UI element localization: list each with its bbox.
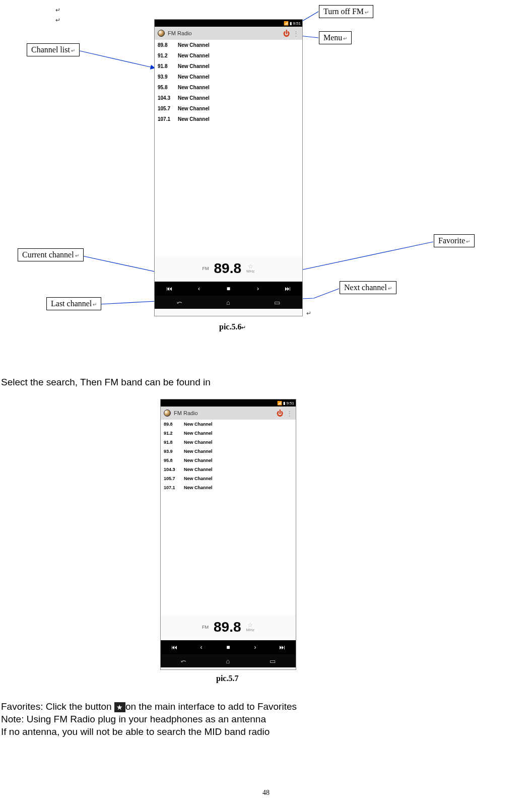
last-button[interactable]: ⏭: [269, 640, 296, 654]
status-time: 9:51: [286, 401, 294, 405]
power-button[interactable]: ⏻: [275, 410, 285, 417]
callout-current-channel: Current channel↵: [18, 248, 84, 261]
prev-button[interactable]: ‹: [184, 282, 214, 296]
channel-list[interactable]: 89.8New Channel 91.2New Channel 91.8New …: [155, 40, 302, 256]
phone-screenshot-2: 📶 ▮ 9:51 FM Radio ⏻ ⋮ 89.8New Channel 91…: [160, 399, 296, 670]
radio-app-icon: [164, 410, 171, 417]
svg-line-2: [78, 50, 155, 68]
channel-row[interactable]: 104.3New Channel: [155, 93, 302, 103]
channel-row[interactable]: 107.1New Channel: [155, 114, 302, 124]
favorite-button-icon: ★: [114, 702, 125, 712]
body-text-favorites: Favorites: Click the button ★on the main…: [1, 701, 297, 712]
menu-button[interactable]: ⋮: [291, 30, 299, 37]
stop-button[interactable]: ■: [215, 640, 242, 654]
fm-label: FM: [202, 625, 209, 630]
recent-icon[interactable]: ▭: [274, 299, 280, 306]
channel-row[interactable]: 93.9New Channel: [161, 447, 296, 456]
status-bar: 📶 ▮ 9:51: [155, 20, 302, 27]
current-frequency: 89.8: [214, 260, 242, 277]
recent-icon[interactable]: ▭: [270, 657, 276, 665]
status-bar: 📶 ▮ 9:51: [161, 399, 296, 407]
body-text-no-antenna: If no antenna, you will not be able to s…: [1, 726, 270, 737]
phone-screenshot-1: 📶 ▮ 9:51 FM Radio ⏻ ⋮ 89.8New Channel 91…: [154, 19, 303, 316]
now-playing: FM 89.8 ☆ MHz: [161, 615, 296, 640]
system-nav-bar: ⤺ ⌂ ▭: [161, 654, 296, 667]
menu-button[interactable]: ⋮: [285, 410, 293, 417]
radio-app-icon: [158, 30, 165, 37]
home-icon[interactable]: ⌂: [226, 657, 230, 665]
app-title: FM Radio: [174, 410, 275, 416]
body-text-note: Note: Using FM Radio plug in your headph…: [1, 714, 266, 725]
first-button[interactable]: ⏮: [155, 282, 184, 296]
channel-row[interactable]: 95.8New Channel: [161, 456, 296, 465]
callout-turn-off-fm: Turn off FM↵: [319, 5, 373, 18]
channel-row[interactable]: 91.8New Channel: [155, 61, 302, 72]
body-text-select-search: Select the search, Then FM band can be f…: [1, 377, 211, 388]
mhz-label: MHz: [246, 269, 254, 274]
channel-row[interactable]: 89.8New Channel: [161, 420, 296, 429]
caption-pic57: pic.5.7: [216, 674, 238, 683]
status-time: 9:51: [293, 21, 301, 26]
callout-menu: Menu↵: [319, 31, 352, 44]
channel-row[interactable]: 105.7New Channel: [155, 103, 302, 114]
battery-icon: ▮: [290, 21, 292, 26]
last-button[interactable]: ⏭: [273, 282, 302, 296]
channel-row[interactable]: 91.2New Channel: [155, 50, 302, 61]
now-playing: FM 89.8 ☆ MHz: [155, 256, 302, 282]
channel-row[interactable]: 89.8New Channel: [155, 40, 302, 50]
channel-row[interactable]: 107.1New Channel: [161, 483, 296, 492]
channel-row[interactable]: 105.7New Channel: [161, 474, 296, 483]
player-controls: ⏮ ‹ ■ › ⏭: [161, 640, 296, 654]
paragraph-mark: ↵: [55, 7, 60, 14]
channel-row[interactable]: 93.9New Channel: [155, 72, 302, 82]
app-header: FM Radio ⏻ ⋮: [161, 407, 296, 420]
callout-favorite: Favorite↵: [434, 234, 475, 247]
stop-button[interactable]: ■: [214, 282, 243, 296]
player-controls: ⏮ ‹ ■ › ⏭: [155, 282, 302, 296]
callout-channel-list: Channel list↵: [27, 43, 80, 56]
caption-pic56: pic.5.6↵: [219, 322, 246, 331]
current-frequency: 89.8: [214, 619, 241, 635]
next-button[interactable]: ›: [242, 640, 269, 654]
app-title: FM Radio: [168, 30, 281, 36]
channel-row[interactable]: 95.8New Channel: [155, 82, 302, 93]
prev-button[interactable]: ‹: [188, 640, 215, 654]
power-button[interactable]: ⏻: [281, 30, 291, 37]
page-number: 48: [0, 789, 532, 797]
back-icon[interactable]: ⤺: [177, 299, 182, 306]
channel-row[interactable]: 91.2New Channel: [161, 429, 296, 438]
back-icon[interactable]: ⤺: [181, 657, 186, 665]
channel-list[interactable]: 89.8New Channel 91.2New Channel 91.8New …: [161, 420, 296, 615]
paragraph-mark: ↵: [55, 17, 60, 24]
paragraph-mark: ↵: [306, 310, 311, 317]
home-icon[interactable]: ⌂: [226, 299, 230, 306]
battery-icon: ▮: [283, 401, 285, 405]
channel-row[interactable]: 91.8New Channel: [161, 438, 296, 447]
mhz-label: MHz: [246, 628, 254, 632]
channel-row[interactable]: 104.3New Channel: [161, 465, 296, 474]
signal-icon: 📶: [277, 401, 282, 405]
signal-icon: 📶: [284, 21, 289, 26]
system-nav-bar: ⤺ ⌂ ▭: [155, 296, 302, 309]
fm-label: FM: [203, 266, 209, 271]
first-button[interactable]: ⏮: [161, 640, 188, 654]
next-button[interactable]: ›: [243, 282, 273, 296]
app-header: FM Radio ⏻ ⋮: [155, 27, 302, 40]
callout-next-channel: Next channel↵: [340, 281, 396, 294]
callout-last-channel: Last channel↵: [46, 297, 101, 310]
